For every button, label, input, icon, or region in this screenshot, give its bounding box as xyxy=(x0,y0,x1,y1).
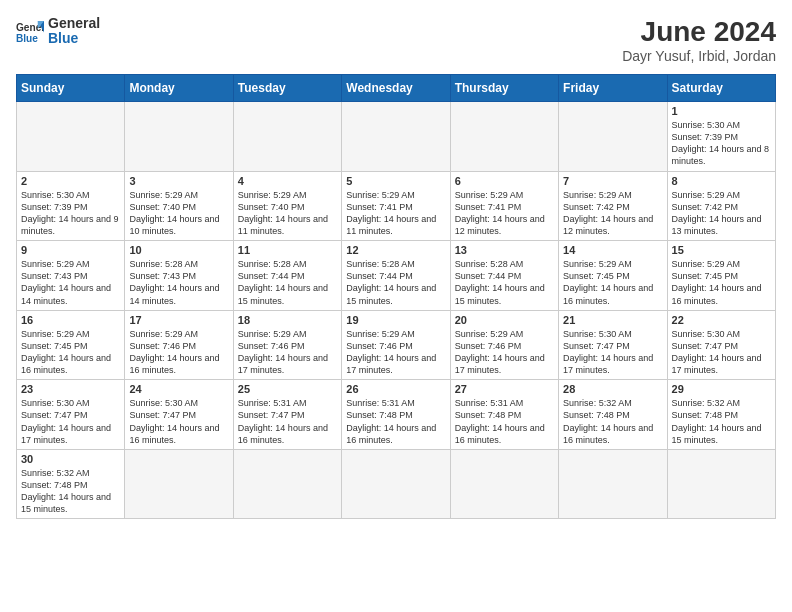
calendar-cell xyxy=(559,449,667,519)
day-number: 19 xyxy=(346,314,445,326)
day-number: 16 xyxy=(21,314,120,326)
calendar-cell: 5Sunrise: 5:29 AMSunset: 7:41 PMDaylight… xyxy=(342,171,450,241)
calendar-cell: 20Sunrise: 5:29 AMSunset: 7:46 PMDayligh… xyxy=(450,310,558,380)
day-number: 6 xyxy=(455,175,554,187)
calendar-row-5: 23Sunrise: 5:30 AMSunset: 7:47 PMDayligh… xyxy=(17,380,776,450)
calendar-cell: 9Sunrise: 5:29 AMSunset: 7:43 PMDaylight… xyxy=(17,241,125,311)
day-number: 18 xyxy=(238,314,337,326)
general-blue-logo-icon: General Blue xyxy=(16,17,44,45)
day-info: Sunrise: 5:31 AMSunset: 7:48 PMDaylight:… xyxy=(346,397,445,446)
day-number: 3 xyxy=(129,175,228,187)
calendar-cell: 11Sunrise: 5:28 AMSunset: 7:44 PMDayligh… xyxy=(233,241,341,311)
calendar-cell: 10Sunrise: 5:28 AMSunset: 7:43 PMDayligh… xyxy=(125,241,233,311)
weekday-header-thursday: Thursday xyxy=(450,75,558,102)
calendar-cell: 24Sunrise: 5:30 AMSunset: 7:47 PMDayligh… xyxy=(125,380,233,450)
calendar-cell xyxy=(450,102,558,172)
calendar-row-2: 2Sunrise: 5:30 AMSunset: 7:39 PMDaylight… xyxy=(17,171,776,241)
calendar-cell xyxy=(667,449,775,519)
day-number: 2 xyxy=(21,175,120,187)
calendar-cell: 16Sunrise: 5:29 AMSunset: 7:45 PMDayligh… xyxy=(17,310,125,380)
calendar-cell: 15Sunrise: 5:29 AMSunset: 7:45 PMDayligh… xyxy=(667,241,775,311)
calendar-cell: 30Sunrise: 5:32 AMSunset: 7:48 PMDayligh… xyxy=(17,449,125,519)
day-number: 23 xyxy=(21,383,120,395)
day-info: Sunrise: 5:30 AMSunset: 7:47 PMDaylight:… xyxy=(21,397,120,446)
day-info: Sunrise: 5:29 AMSunset: 7:42 PMDaylight:… xyxy=(672,189,771,238)
day-number: 10 xyxy=(129,244,228,256)
calendar-cell: 22Sunrise: 5:30 AMSunset: 7:47 PMDayligh… xyxy=(667,310,775,380)
day-info: Sunrise: 5:28 AMSunset: 7:44 PMDaylight:… xyxy=(346,258,445,307)
logo-general: General xyxy=(48,16,100,31)
day-number: 15 xyxy=(672,244,771,256)
weekday-header-sunday: Sunday xyxy=(17,75,125,102)
calendar-table: SundayMondayTuesdayWednesdayThursdayFrid… xyxy=(16,74,776,519)
calendar-cell: 3Sunrise: 5:29 AMSunset: 7:40 PMDaylight… xyxy=(125,171,233,241)
calendar-cell: 26Sunrise: 5:31 AMSunset: 7:48 PMDayligh… xyxy=(342,380,450,450)
calendar-cell: 28Sunrise: 5:32 AMSunset: 7:48 PMDayligh… xyxy=(559,380,667,450)
day-number: 25 xyxy=(238,383,337,395)
day-info: Sunrise: 5:30 AMSunset: 7:39 PMDaylight:… xyxy=(672,119,771,168)
day-info: Sunrise: 5:29 AMSunset: 7:45 PMDaylight:… xyxy=(563,258,662,307)
logo: General Blue General Blue xyxy=(16,16,100,47)
calendar-cell xyxy=(342,449,450,519)
weekday-header-friday: Friday xyxy=(559,75,667,102)
page-header: General Blue General Blue June 2024 Dayr… xyxy=(16,16,776,64)
day-info: Sunrise: 5:29 AMSunset: 7:41 PMDaylight:… xyxy=(455,189,554,238)
day-number: 14 xyxy=(563,244,662,256)
calendar-cell: 13Sunrise: 5:28 AMSunset: 7:44 PMDayligh… xyxy=(450,241,558,311)
calendar-row-1: 1Sunrise: 5:30 AMSunset: 7:39 PMDaylight… xyxy=(17,102,776,172)
day-number: 21 xyxy=(563,314,662,326)
day-info: Sunrise: 5:29 AMSunset: 7:45 PMDaylight:… xyxy=(672,258,771,307)
calendar-cell xyxy=(450,449,558,519)
day-number: 20 xyxy=(455,314,554,326)
day-number: 4 xyxy=(238,175,337,187)
calendar-cell xyxy=(125,102,233,172)
day-info: Sunrise: 5:28 AMSunset: 7:44 PMDaylight:… xyxy=(238,258,337,307)
day-number: 5 xyxy=(346,175,445,187)
calendar-cell: 23Sunrise: 5:30 AMSunset: 7:47 PMDayligh… xyxy=(17,380,125,450)
day-number: 27 xyxy=(455,383,554,395)
title-block: June 2024 Dayr Yusuf, Irbid, Jordan xyxy=(622,16,776,64)
calendar-header-row: SundayMondayTuesdayWednesdayThursdayFrid… xyxy=(17,75,776,102)
day-number: 29 xyxy=(672,383,771,395)
day-number: 26 xyxy=(346,383,445,395)
calendar-cell xyxy=(233,449,341,519)
calendar-row-6: 30Sunrise: 5:32 AMSunset: 7:48 PMDayligh… xyxy=(17,449,776,519)
day-info: Sunrise: 5:29 AMSunset: 7:41 PMDaylight:… xyxy=(346,189,445,238)
day-number: 28 xyxy=(563,383,662,395)
calendar-cell: 6Sunrise: 5:29 AMSunset: 7:41 PMDaylight… xyxy=(450,171,558,241)
day-info: Sunrise: 5:29 AMSunset: 7:46 PMDaylight:… xyxy=(238,328,337,377)
day-info: Sunrise: 5:29 AMSunset: 7:46 PMDaylight:… xyxy=(129,328,228,377)
day-number: 30 xyxy=(21,453,120,465)
svg-text:Blue: Blue xyxy=(16,33,38,44)
day-info: Sunrise: 5:30 AMSunset: 7:47 PMDaylight:… xyxy=(129,397,228,446)
day-info: Sunrise: 5:32 AMSunset: 7:48 PMDaylight:… xyxy=(21,467,120,516)
calendar-cell: 27Sunrise: 5:31 AMSunset: 7:48 PMDayligh… xyxy=(450,380,558,450)
weekday-header-monday: Monday xyxy=(125,75,233,102)
day-info: Sunrise: 5:28 AMSunset: 7:44 PMDaylight:… xyxy=(455,258,554,307)
day-info: Sunrise: 5:29 AMSunset: 7:42 PMDaylight:… xyxy=(563,189,662,238)
day-info: Sunrise: 5:30 AMSunset: 7:47 PMDaylight:… xyxy=(672,328,771,377)
day-info: Sunrise: 5:30 AMSunset: 7:39 PMDaylight:… xyxy=(21,189,120,238)
day-info: Sunrise: 5:30 AMSunset: 7:47 PMDaylight:… xyxy=(563,328,662,377)
day-info: Sunrise: 5:29 AMSunset: 7:46 PMDaylight:… xyxy=(346,328,445,377)
day-number: 22 xyxy=(672,314,771,326)
day-info: Sunrise: 5:28 AMSunset: 7:43 PMDaylight:… xyxy=(129,258,228,307)
calendar-cell: 19Sunrise: 5:29 AMSunset: 7:46 PMDayligh… xyxy=(342,310,450,380)
day-info: Sunrise: 5:29 AMSunset: 7:40 PMDaylight:… xyxy=(238,189,337,238)
calendar-cell: 17Sunrise: 5:29 AMSunset: 7:46 PMDayligh… xyxy=(125,310,233,380)
calendar-cell: 8Sunrise: 5:29 AMSunset: 7:42 PMDaylight… xyxy=(667,171,775,241)
day-number: 1 xyxy=(672,105,771,117)
calendar-cell: 25Sunrise: 5:31 AMSunset: 7:47 PMDayligh… xyxy=(233,380,341,450)
day-info: Sunrise: 5:29 AMSunset: 7:43 PMDaylight:… xyxy=(21,258,120,307)
weekday-header-wednesday: Wednesday xyxy=(342,75,450,102)
weekday-header-saturday: Saturday xyxy=(667,75,775,102)
day-info: Sunrise: 5:29 AMSunset: 7:40 PMDaylight:… xyxy=(129,189,228,238)
day-number: 13 xyxy=(455,244,554,256)
day-info: Sunrise: 5:31 AMSunset: 7:48 PMDaylight:… xyxy=(455,397,554,446)
calendar-cell xyxy=(125,449,233,519)
day-info: Sunrise: 5:29 AMSunset: 7:45 PMDaylight:… xyxy=(21,328,120,377)
calendar-row-4: 16Sunrise: 5:29 AMSunset: 7:45 PMDayligh… xyxy=(17,310,776,380)
calendar-cell: 21Sunrise: 5:30 AMSunset: 7:47 PMDayligh… xyxy=(559,310,667,380)
day-number: 11 xyxy=(238,244,337,256)
weekday-header-tuesday: Tuesday xyxy=(233,75,341,102)
